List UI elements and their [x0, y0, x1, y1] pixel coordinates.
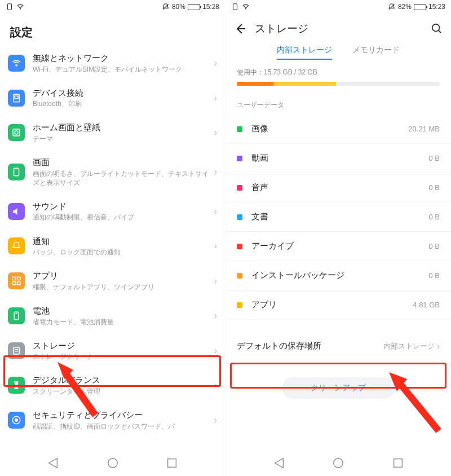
chevron-right-icon: › [214, 167, 217, 177]
svg-rect-10 [17, 277, 20, 280]
home-wallpaper-icon [8, 124, 25, 141]
settings-list: 無線とネットワークWi-Fi、デュアルSIM設定、モバイルネットワーク›デバイス… [0, 46, 225, 438]
settings-item-6[interactable]: アプリ権限、デフォルトアプリ、ツインアプリ› [8, 263, 217, 298]
settings-item-subtitle: Wi-Fi、デュアルSIM設定、モバイルネットワーク [33, 65, 211, 74]
data-row-5[interactable]: インストールパッケージ0 B [226, 261, 451, 290]
chevron-right-icon: › [214, 206, 217, 217]
settings-item-0[interactable]: 無線とネットワークWi-Fi、デュアルSIM設定、モバイルネットワーク› [8, 46, 217, 81]
nav-back[interactable] [47, 457, 59, 469]
settings-item-8[interactable]: ストレージストレージクリーナー› [8, 333, 217, 368]
color-dot [237, 156, 242, 161]
usage-sep: / [293, 68, 298, 76]
data-row-0[interactable]: 画像20.21 MB [226, 114, 451, 144]
nav-bar [0, 450, 225, 476]
chevron-right-icon: › [214, 311, 217, 321]
default-location-value: 内部ストレージ [383, 341, 435, 351]
storage-icon [8, 342, 25, 359]
data-row-value: 20.21 MB [408, 125, 440, 133]
wifi-icon [8, 55, 25, 72]
settings-item-title: デジタルバランス [33, 374, 211, 386]
chevron-right-icon: › [437, 341, 440, 351]
svg-rect-6 [13, 129, 20, 136]
svg-point-27 [432, 24, 440, 32]
nav-home[interactable] [332, 457, 344, 469]
sim-icon [6, 3, 14, 11]
settings-pane: 80% 15:28 設定 無線とネットワークWi-Fi、デュアルSIM設定、モバ… [0, 0, 226, 476]
default-save-location[interactable]: デフォルトの保存場所 内部ストレージ › [237, 332, 440, 359]
nav-recent[interactable] [392, 457, 404, 469]
tab-internal[interactable]: 内部ストレージ [277, 45, 332, 60]
chevron-right-icon: › [214, 241, 217, 251]
data-row-4[interactable]: アーカイブ0 B [226, 232, 451, 261]
data-row-label: アーカイブ [251, 241, 428, 252]
annotation-arrow [382, 368, 444, 435]
usage-used: 15.73 GB [264, 68, 293, 76]
storage-pane: 82% 15:23 ストレージ 内部ストレージ メモリカード 使用中：15.73… [226, 0, 451, 476]
hourglass-icon [8, 377, 25, 394]
data-categories-list: 画像20.21 MB動画0 B音声0 B文書0 Bアーカイブ0 Bインストールパ… [226, 114, 451, 320]
back-button[interactable] [233, 22, 247, 36]
settings-item-1[interactable]: デバイス接続Bluetooth、印刷› [8, 81, 217, 116]
settings-item-subtitle: 顔認証、指紋ID、画面ロックとパスワード、パ [33, 422, 211, 431]
data-row-label: 画像 [251, 124, 408, 134]
settings-item-7[interactable]: 電池省電力モード、電池消費量› [8, 298, 217, 333]
svg-rect-23 [233, 4, 237, 10]
color-dot [237, 302, 242, 308]
status-bar: 80% 15:28 [0, 0, 225, 14]
settings-item-title: 通知 [33, 236, 211, 247]
cleanup-button[interactable]: クリーンアップ [282, 377, 395, 399]
data-row-6[interactable]: アプリ4.81 GB [226, 290, 451, 320]
chevron-right-icon: › [214, 58, 217, 68]
mute-icon [162, 3, 170, 11]
chevron-right-icon: › [214, 346, 217, 356]
status-bar: 82% 15:23 [226, 0, 451, 14]
page-title: 設定 [0, 14, 225, 46]
settings-item-3[interactable]: 画面画面の明るさ、ブルーライトカットモード、テキストサイズと表示サイズ› [8, 150, 217, 194]
data-row-label: 動画 [251, 153, 428, 164]
settings-item-title: セキュリティとプライバシー [33, 409, 211, 421]
data-row-value: 0 B [428, 154, 440, 162]
svg-point-19 [15, 419, 18, 422]
settings-item-4[interactable]: サウンド通知の鳴動制限、着信音、バイブ› [8, 194, 217, 229]
data-row-3[interactable]: 文書0 B [226, 202, 451, 232]
nav-back[interactable] [273, 457, 285, 469]
mute-icon [388, 3, 396, 11]
status-time: 15:23 [428, 3, 445, 11]
data-row-value: 0 B [428, 183, 440, 192]
color-dot [237, 214, 242, 220]
data-row-value: 4.81 GB [413, 301, 440, 309]
svg-line-28 [439, 30, 441, 33]
settings-item-title: ストレージ [33, 340, 211, 351]
wifi-icon [242, 3, 250, 11]
nav-home[interactable] [107, 457, 119, 469]
section-user-data: ユーザーデータ [226, 91, 451, 114]
data-row-2[interactable]: 音声0 B [226, 173, 451, 202]
settings-item-subtitle: スクリーンタイム管理 [33, 387, 211, 396]
page-title: ストレージ [255, 21, 423, 36]
settings-item-subtitle: Bluetooth、印刷 [33, 99, 211, 108]
display-icon [8, 164, 25, 180]
device-icon [8, 90, 25, 107]
battery-pct: 82% [398, 3, 412, 11]
svg-rect-22 [167, 459, 176, 468]
battery-icon [8, 307, 25, 324]
apps-icon [8, 272, 25, 289]
search-icon[interactable] [431, 23, 443, 35]
settings-item-9[interactable]: デジタルバランススクリーンタイム管理› [8, 368, 217, 403]
svg-rect-9 [12, 277, 15, 280]
settings-item-title: アプリ [33, 270, 211, 281]
settings-item-5[interactable]: 通知バッジ、ロック画面での通知› [8, 229, 217, 264]
battery-icon [188, 4, 200, 10]
nav-recent[interactable] [166, 457, 178, 469]
svg-point-3 [16, 64, 17, 65]
settings-item-2[interactable]: ホーム画面と壁紙テーマ› [8, 115, 217, 150]
settings-item-subtitle: 権限、デフォルトアプリ、ツインアプリ [33, 283, 211, 292]
data-row-1[interactable]: 動画0 B [226, 144, 451, 173]
tab-memcard[interactable]: メモリカード [352, 45, 400, 60]
chevron-right-icon: › [214, 127, 217, 138]
settings-item-subtitle: 省電力モード、電池消費量 [33, 318, 211, 327]
data-row-value: 0 B [428, 271, 440, 280]
chevron-right-icon: › [214, 276, 217, 286]
settings-item-10[interactable]: セキュリティとプライバシー顔認証、指紋ID、画面ロックとパスワード、パ› [8, 403, 217, 438]
bell-icon [8, 237, 25, 254]
